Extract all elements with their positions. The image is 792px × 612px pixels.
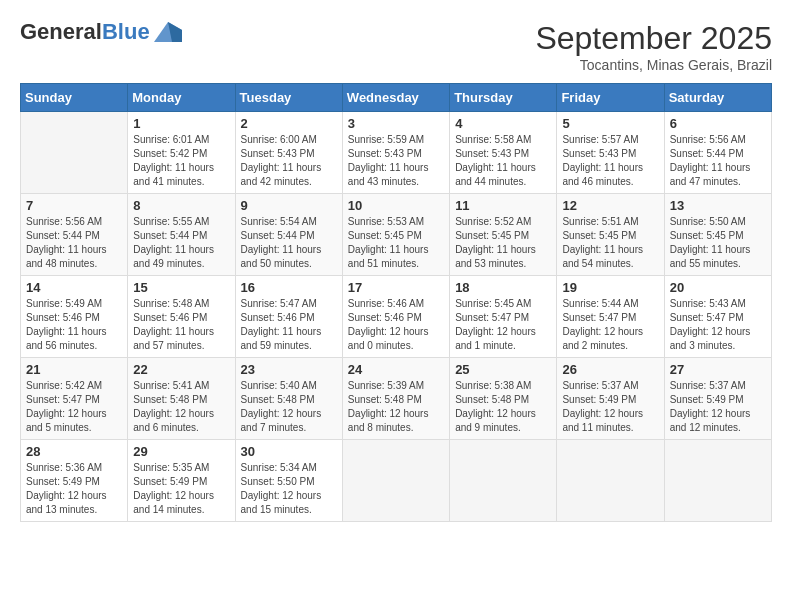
day-info: Sunrise: 5:58 AM Sunset: 5:43 PM Dayligh… — [455, 133, 551, 189]
day-of-week-header: Saturday — [664, 84, 771, 112]
day-info: Sunrise: 5:36 AM Sunset: 5:49 PM Dayligh… — [26, 461, 122, 517]
calendar-cell — [342, 440, 449, 522]
calendar-cell: 20Sunrise: 5:43 AM Sunset: 5:47 PM Dayli… — [664, 276, 771, 358]
calendar-cell: 10Sunrise: 5:53 AM Sunset: 5:45 PM Dayli… — [342, 194, 449, 276]
day-number: 19 — [562, 280, 658, 295]
day-number: 12 — [562, 198, 658, 213]
calendar-cell: 21Sunrise: 5:42 AM Sunset: 5:47 PM Dayli… — [21, 358, 128, 440]
day-of-week-header: Monday — [128, 84, 235, 112]
day-number: 7 — [26, 198, 122, 213]
day-info: Sunrise: 5:51 AM Sunset: 5:45 PM Dayligh… — [562, 215, 658, 271]
day-info: Sunrise: 5:54 AM Sunset: 5:44 PM Dayligh… — [241, 215, 337, 271]
day-number: 5 — [562, 116, 658, 131]
day-info: Sunrise: 5:46 AM Sunset: 5:46 PM Dayligh… — [348, 297, 444, 353]
day-info: Sunrise: 5:56 AM Sunset: 5:44 PM Dayligh… — [670, 133, 766, 189]
calendar-cell: 11Sunrise: 5:52 AM Sunset: 5:45 PM Dayli… — [450, 194, 557, 276]
day-info: Sunrise: 5:55 AM Sunset: 5:44 PM Dayligh… — [133, 215, 229, 271]
calendar-table: SundayMondayTuesdayWednesdayThursdayFrid… — [20, 83, 772, 522]
logo-text: GeneralBlue — [20, 20, 150, 44]
day-of-week-header: Sunday — [21, 84, 128, 112]
day-info: Sunrise: 5:53 AM Sunset: 5:45 PM Dayligh… — [348, 215, 444, 271]
calendar-header-row: SundayMondayTuesdayWednesdayThursdayFrid… — [21, 84, 772, 112]
day-info: Sunrise: 5:44 AM Sunset: 5:47 PM Dayligh… — [562, 297, 658, 353]
title-block: September 2025 Tocantins, Minas Gerais, … — [535, 20, 772, 73]
calendar-cell: 5Sunrise: 5:57 AM Sunset: 5:43 PM Daylig… — [557, 112, 664, 194]
day-number: 8 — [133, 198, 229, 213]
calendar-cell: 14Sunrise: 5:49 AM Sunset: 5:46 PM Dayli… — [21, 276, 128, 358]
day-number: 1 — [133, 116, 229, 131]
day-of-week-header: Friday — [557, 84, 664, 112]
calendar-cell: 24Sunrise: 5:39 AM Sunset: 5:48 PM Dayli… — [342, 358, 449, 440]
calendar-week-row: 28Sunrise: 5:36 AM Sunset: 5:49 PM Dayli… — [21, 440, 772, 522]
calendar-cell: 1Sunrise: 6:01 AM Sunset: 5:42 PM Daylig… — [128, 112, 235, 194]
calendar-cell — [21, 112, 128, 194]
day-info: Sunrise: 5:47 AM Sunset: 5:46 PM Dayligh… — [241, 297, 337, 353]
day-info: Sunrise: 5:40 AM Sunset: 5:48 PM Dayligh… — [241, 379, 337, 435]
calendar-cell: 2Sunrise: 6:00 AM Sunset: 5:43 PM Daylig… — [235, 112, 342, 194]
day-number: 20 — [670, 280, 766, 295]
day-number: 6 — [670, 116, 766, 131]
day-number: 29 — [133, 444, 229, 459]
calendar-cell: 4Sunrise: 5:58 AM Sunset: 5:43 PM Daylig… — [450, 112, 557, 194]
calendar-cell: 30Sunrise: 5:34 AM Sunset: 5:50 PM Dayli… — [235, 440, 342, 522]
month-title: September 2025 — [535, 20, 772, 57]
day-number: 18 — [455, 280, 551, 295]
day-number: 26 — [562, 362, 658, 377]
day-number: 10 — [348, 198, 444, 213]
day-number: 9 — [241, 198, 337, 213]
calendar-cell: 28Sunrise: 5:36 AM Sunset: 5:49 PM Dayli… — [21, 440, 128, 522]
day-number: 4 — [455, 116, 551, 131]
subtitle: Tocantins, Minas Gerais, Brazil — [535, 57, 772, 73]
day-number: 23 — [241, 362, 337, 377]
calendar-cell: 3Sunrise: 5:59 AM Sunset: 5:43 PM Daylig… — [342, 112, 449, 194]
day-number: 28 — [26, 444, 122, 459]
day-info: Sunrise: 5:41 AM Sunset: 5:48 PM Dayligh… — [133, 379, 229, 435]
day-number: 22 — [133, 362, 229, 377]
day-of-week-header: Thursday — [450, 84, 557, 112]
day-info: Sunrise: 5:43 AM Sunset: 5:47 PM Dayligh… — [670, 297, 766, 353]
calendar-week-row: 7Sunrise: 5:56 AM Sunset: 5:44 PM Daylig… — [21, 194, 772, 276]
calendar-cell: 19Sunrise: 5:44 AM Sunset: 5:47 PM Dayli… — [557, 276, 664, 358]
calendar-cell: 16Sunrise: 5:47 AM Sunset: 5:46 PM Dayli… — [235, 276, 342, 358]
day-info: Sunrise: 5:48 AM Sunset: 5:46 PM Dayligh… — [133, 297, 229, 353]
calendar-cell — [450, 440, 557, 522]
day-number: 3 — [348, 116, 444, 131]
day-info: Sunrise: 5:50 AM Sunset: 5:45 PM Dayligh… — [670, 215, 766, 271]
calendar-cell: 25Sunrise: 5:38 AM Sunset: 5:48 PM Dayli… — [450, 358, 557, 440]
calendar-cell: 9Sunrise: 5:54 AM Sunset: 5:44 PM Daylig… — [235, 194, 342, 276]
day-number: 16 — [241, 280, 337, 295]
day-number: 14 — [26, 280, 122, 295]
day-number: 2 — [241, 116, 337, 131]
day-info: Sunrise: 5:37 AM Sunset: 5:49 PM Dayligh… — [670, 379, 766, 435]
calendar-week-row: 1Sunrise: 6:01 AM Sunset: 5:42 PM Daylig… — [21, 112, 772, 194]
page-header: GeneralBlue September 2025 Tocantins, Mi… — [20, 20, 772, 73]
day-number: 24 — [348, 362, 444, 377]
calendar-cell: 27Sunrise: 5:37 AM Sunset: 5:49 PM Dayli… — [664, 358, 771, 440]
calendar-cell: 29Sunrise: 5:35 AM Sunset: 5:49 PM Dayli… — [128, 440, 235, 522]
day-info: Sunrise: 5:35 AM Sunset: 5:49 PM Dayligh… — [133, 461, 229, 517]
logo-icon — [154, 22, 182, 42]
calendar-cell: 23Sunrise: 5:40 AM Sunset: 5:48 PM Dayli… — [235, 358, 342, 440]
calendar-cell: 26Sunrise: 5:37 AM Sunset: 5:49 PM Dayli… — [557, 358, 664, 440]
day-info: Sunrise: 5:57 AM Sunset: 5:43 PM Dayligh… — [562, 133, 658, 189]
day-number: 13 — [670, 198, 766, 213]
calendar-cell: 17Sunrise: 5:46 AM Sunset: 5:46 PM Dayli… — [342, 276, 449, 358]
day-info: Sunrise: 5:45 AM Sunset: 5:47 PM Dayligh… — [455, 297, 551, 353]
day-info: Sunrise: 5:52 AM Sunset: 5:45 PM Dayligh… — [455, 215, 551, 271]
day-of-week-header: Tuesday — [235, 84, 342, 112]
day-number: 30 — [241, 444, 337, 459]
calendar-cell: 6Sunrise: 5:56 AM Sunset: 5:44 PM Daylig… — [664, 112, 771, 194]
calendar-cell — [557, 440, 664, 522]
day-info: Sunrise: 6:01 AM Sunset: 5:42 PM Dayligh… — [133, 133, 229, 189]
calendar-cell: 13Sunrise: 5:50 AM Sunset: 5:45 PM Dayli… — [664, 194, 771, 276]
calendar-cell: 22Sunrise: 5:41 AM Sunset: 5:48 PM Dayli… — [128, 358, 235, 440]
calendar-cell: 15Sunrise: 5:48 AM Sunset: 5:46 PM Dayli… — [128, 276, 235, 358]
day-number: 17 — [348, 280, 444, 295]
day-number: 25 — [455, 362, 551, 377]
day-info: Sunrise: 5:56 AM Sunset: 5:44 PM Dayligh… — [26, 215, 122, 271]
day-info: Sunrise: 5:42 AM Sunset: 5:47 PM Dayligh… — [26, 379, 122, 435]
day-of-week-header: Wednesday — [342, 84, 449, 112]
day-info: Sunrise: 5:39 AM Sunset: 5:48 PM Dayligh… — [348, 379, 444, 435]
logo: GeneralBlue — [20, 20, 182, 44]
calendar-week-row: 21Sunrise: 5:42 AM Sunset: 5:47 PM Dayli… — [21, 358, 772, 440]
